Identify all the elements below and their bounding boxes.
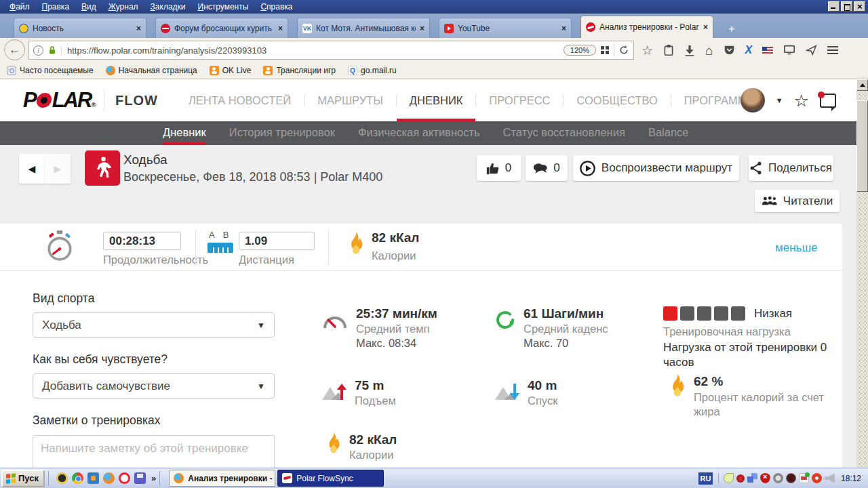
next-session-button[interactable]: ▶ [45,154,71,184]
tab-close-icon[interactable] [136,24,141,33]
tab-forum[interactable]: Форум бросающих курить [155,18,288,38]
close-button[interactable] [854,1,865,12]
us-flag-icon[interactable] [762,47,773,54]
bookmark-star-icon[interactable]: ☆ [642,44,653,57]
subnav-balance[interactable]: Balance [648,121,689,145]
sport-type-select[interactable]: Ходьба ▼ [33,312,275,338]
tab-vk[interactable]: Кот Мотя. Антимышовая ко... [297,18,430,38]
tab-close-icon[interactable] [278,24,283,33]
opera-icon[interactable] [119,472,130,484]
downloads-icon[interactable] [684,45,695,56]
url-bar[interactable]: https://flow.polar.com/training/analysis… [28,41,634,60]
menu-edit[interactable]: Правка [37,1,75,13]
nav-community[interactable]: СООБЩЕСТВО [564,79,670,121]
notifications-chat-icon[interactable] [820,94,836,108]
save-icon[interactable] [134,472,146,484]
send-tab-icon[interactable] [806,45,817,56]
menu-help[interactable]: Справка [255,1,298,13]
new-tab-button[interactable] [724,23,740,38]
shield-alert-icon[interactable] [760,473,770,483]
bookmark-streams[interactable]: Трансляции игр [263,66,336,75]
back-button[interactable]: ← [4,39,25,60]
nav-feed[interactable]: ЛЕНТА НОВОСТЕЙ [176,79,304,121]
page-actions-icon[interactable] [600,45,610,55]
tab-close-icon[interactable] [420,24,425,33]
tab-close-icon[interactable] [561,24,566,33]
chrome-icon[interactable] [72,472,83,484]
distance-input[interactable] [239,232,315,250]
play-circle-icon [580,161,595,176]
mail-search-icon [348,66,357,75]
zoom-indicator[interactable]: 120% [564,45,596,56]
window-controls [828,1,865,12]
tab-youtube[interactable]: YouTube [439,18,572,38]
descent-mountain-icon [494,382,520,401]
clock[interactable]: 18:12 [841,474,861,483]
menu-tools[interactable]: Инструменты [193,1,254,13]
notes-textarea[interactable] [33,435,275,468]
nav-routes[interactable]: МАРШРУТЫ [304,79,396,121]
bookmark-gomail[interactable]: go.mail.ru [348,66,397,75]
avatar[interactable] [741,88,765,113]
feeling-select[interactable]: Добавить самочувствие ▼ [33,373,275,399]
quick-launch-overflow[interactable]: » [151,473,156,483]
home-icon[interactable]: ⌂ [705,44,713,57]
less-link[interactable]: меньше [775,241,817,255]
bookmark-homepage[interactable]: Начальная страница [106,66,197,75]
x-extension-icon[interactable]: X [745,44,753,56]
chevron-down-icon[interactable]: ▼ [776,96,783,104]
red-dot-icon[interactable] [736,474,745,483]
menu-bookmarks[interactable]: Закладки [145,1,191,13]
share-button[interactable]: Поделиться [749,155,833,181]
task-firefox[interactable]: Анализ тренировки - ... [169,470,275,487]
player-icon[interactable] [56,472,68,484]
firefox-icon[interactable] [103,472,115,484]
comments-button[interactable]: 0 [526,155,568,181]
app-icon[interactable] [87,472,99,484]
followers-button[interactable]: Читатели [755,190,840,212]
subnav-diary[interactable]: Дневник [163,121,206,145]
subnav-recovery[interactable]: Статус восстановления [503,121,625,145]
menu-history[interactable]: Журнал [103,1,144,13]
network-icon[interactable] [747,473,757,483]
webcam-icon[interactable] [773,473,783,483]
reload-icon[interactable] [618,45,629,56]
screenshare-icon[interactable] [783,45,795,56]
flow-wordmark[interactable]: FLOW [115,93,158,108]
bookmark-oklive[interactable]: OK Live [210,66,252,75]
menu-file[interactable]: Файл [4,1,35,13]
nav-diary[interactable]: ДНЕВНИК [397,79,476,121]
page-scrollbar[interactable] [856,79,868,468]
start-button[interactable]: Пуск [1,470,45,487]
tab-close-icon[interactable] [703,22,708,32]
subnav-history[interactable]: История тренировок [229,121,335,145]
restore-button[interactable] [841,1,852,12]
bookmark-frequent[interactable]: Часто посещаемые [7,66,94,75]
language-indicator[interactable]: RU [698,472,713,485]
speaker-icon[interactable] [825,473,835,483]
duration-input[interactable] [103,232,181,250]
tab-polar-active[interactable]: Анализ тренировки - Polar F... [580,16,713,38]
favorites-star-icon[interactable]: ☆ [794,91,809,110]
scrollbar-thumb[interactable] [856,100,868,192]
scroll-up-arrow[interactable] [856,79,868,91]
antivirus-icon[interactable] [812,473,822,483]
previous-session-button[interactable]: ◀ [19,154,45,184]
polar-logo[interactable]: PLAR® [23,88,96,113]
replay-route-button[interactable]: Воспроизвести маршрут [573,155,739,181]
clipboard-icon[interactable] [663,44,674,56]
leaf-icon[interactable] [724,473,734,483]
tab-news[interactable]: Новость [14,18,146,38]
nav-progress[interactable]: ПРОГРЕСС [476,79,563,121]
minimize-button[interactable] [828,1,840,12]
page-info-icon[interactable] [33,45,43,56]
subnav-activity[interactable]: Физическая активность [358,121,480,145]
dark-app-icon[interactable] [786,473,796,483]
like-button[interactable]: 0 [477,155,521,181]
mail-check-icon[interactable] [799,473,809,483]
hamburger-menu-icon[interactable] [827,46,838,54]
url-text[interactable]: https://flow.polar.com/training/analysis… [61,45,559,56]
menu-view[interactable]: Вид [76,1,102,13]
task-flowsync[interactable]: Polar FlowSync [277,470,384,487]
pocket-icon[interactable] [724,45,735,56]
